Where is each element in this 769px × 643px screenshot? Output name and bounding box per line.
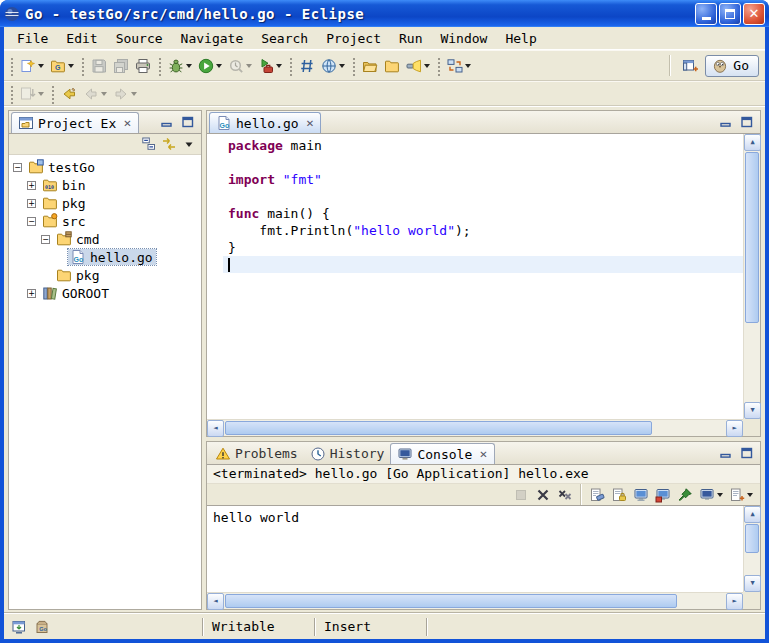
- title-bar[interactable]: Go - testGo/src/cmd/hello.go - Eclipse ✕: [0, 0, 769, 27]
- scrollbar-thumb[interactable]: [745, 524, 759, 553]
- menu-edit[interactable]: Edit: [57, 29, 106, 48]
- tab-problems[interactable]: Problems: [209, 443, 304, 464]
- open-perspective-button[interactable]: [679, 54, 701, 78]
- code-line[interactable]: [223, 188, 743, 205]
- code-line[interactable]: func main() {: [223, 205, 743, 222]
- code-line[interactable]: }: [223, 239, 743, 256]
- menu-help[interactable]: Help: [496, 29, 545, 48]
- maximize-view-icon[interactable]: [179, 113, 197, 130]
- view-menu-button[interactable]: [180, 136, 198, 153]
- scroll-up-icon[interactable]: ▲: [744, 134, 761, 151]
- horizontal-scrollbar[interactable]: ◄ ►: [207, 419, 743, 436]
- folder-button[interactable]: [381, 54, 403, 78]
- expand-icon[interactable]: +: [27, 199, 36, 208]
- tree-item-bin[interactable]: +010bin: [13, 176, 201, 194]
- open-folder-button[interactable]: [359, 54, 381, 78]
- scrollbar-thumb[interactable]: [225, 594, 677, 608]
- profile-button[interactable]: [225, 54, 255, 78]
- minimize-view-icon[interactable]: [717, 113, 735, 130]
- dropdown-arrow-icon[interactable]: [38, 92, 44, 96]
- code-line[interactable]: package main: [223, 137, 743, 154]
- menu-source[interactable]: Source: [107, 29, 172, 48]
- save-button[interactable]: [88, 54, 110, 78]
- dropdown-arrow-icon[interactable]: [424, 64, 430, 68]
- code-line[interactable]: [223, 154, 743, 171]
- code-editor[interactable]: package mainimport "fmt"func main() { fm…: [207, 134, 760, 436]
- remove-launch-button[interactable]: [532, 483, 554, 507]
- scroll-left-icon[interactable]: ◄: [207, 593, 224, 610]
- go-perspective-button[interactable]: Go: [705, 55, 759, 77]
- dropdown-arrow-icon[interactable]: [246, 64, 252, 68]
- maximize-button[interactable]: [719, 3, 741, 25]
- show-stderr-button[interactable]: [652, 483, 674, 507]
- collapse-icon[interactable]: −: [13, 163, 22, 172]
- dropdown-arrow-icon[interactable]: [465, 64, 471, 68]
- dropdown-arrow-icon[interactable]: [747, 493, 753, 497]
- scroll-down-icon[interactable]: ▼: [744, 402, 761, 419]
- collapse-all-button[interactable]: [140, 136, 158, 153]
- go-trim-button[interactable]: Go: [33, 618, 51, 636]
- toolbar-gripper[interactable]: [9, 56, 14, 76]
- console-output-area[interactable]: hello world ▲ ▼ ◄ ►: [207, 506, 760, 609]
- toolbar-gripper[interactable]: [436, 56, 441, 76]
- close-icon[interactable]: ✕: [476, 449, 487, 460]
- scroll-up-icon[interactable]: ▲: [744, 506, 761, 523]
- dropdown-arrow-icon[interactable]: [38, 64, 44, 68]
- clear-console-button[interactable]: [586, 483, 608, 507]
- tree-item-hello.go[interactable]: Gohello.go: [13, 248, 201, 266]
- close-icon[interactable]: ✕: [303, 118, 314, 129]
- scroll-lock-button[interactable]: [608, 483, 630, 507]
- tree-item-cmd[interactable]: −cmd: [13, 230, 201, 248]
- back-button[interactable]: [80, 82, 110, 106]
- maximize-view-icon[interactable]: [738, 113, 756, 130]
- tab-hello-go[interactable]: Go hello.go ✕: [209, 112, 321, 133]
- menu-navigate[interactable]: Navigate: [172, 29, 253, 48]
- scroll-right-icon[interactable]: ►: [726, 420, 743, 437]
- fast-view-button[interactable]: [10, 618, 28, 636]
- terminate-button[interactable]: [510, 483, 532, 507]
- tab-history[interactable]: History: [304, 443, 391, 464]
- annot-next-button[interactable]: [17, 82, 47, 106]
- debug-button[interactable]: [165, 54, 195, 78]
- expand-icon[interactable]: +: [27, 289, 36, 298]
- tree-item-src[interactable]: −src: [13, 212, 201, 230]
- toolbar-gripper[interactable]: [288, 56, 293, 76]
- tab-project-explorer[interactable]: Project Ex ✕: [11, 112, 139, 133]
- tree-item-goroot[interactable]: +GOROOT: [13, 284, 201, 302]
- dropdown-arrow-icon[interactable]: [68, 64, 74, 68]
- new-go-button[interactable]: G: [47, 54, 77, 78]
- show-stdout-button[interactable]: [630, 483, 652, 507]
- menu-file[interactable]: File: [8, 29, 57, 48]
- search-button[interactable]: [403, 54, 433, 78]
- vertical-scrollbar[interactable]: ▲ ▼: [743, 506, 760, 592]
- menu-run[interactable]: Run: [390, 29, 431, 48]
- vertical-scrollbar[interactable]: ▲ ▼: [743, 134, 760, 419]
- new-wizard-button[interactable]: [17, 54, 47, 78]
- remove-all-button[interactable]: [554, 483, 576, 507]
- print-button[interactable]: [132, 54, 154, 78]
- pin-console-button[interactable]: [674, 483, 696, 507]
- dropdown-arrow-icon[interactable]: [717, 493, 723, 497]
- scrollbar-thumb[interactable]: [225, 421, 652, 435]
- expand-icon[interactable]: +: [27, 181, 36, 190]
- dropdown-arrow-icon[interactable]: [186, 64, 192, 68]
- open-console-button[interactable]: [726, 483, 756, 507]
- tree-item-testgo[interactable]: −testGo: [13, 158, 201, 176]
- toolbar-gripper[interactable]: [50, 84, 55, 104]
- close-icon[interactable]: ✕: [120, 118, 131, 129]
- toolbar-gripper[interactable]: [80, 56, 85, 76]
- go-grid-button[interactable]: [296, 54, 318, 78]
- team-sync-button[interactable]: [444, 54, 474, 78]
- code-line[interactable]: import "fmt": [223, 171, 743, 188]
- code-line[interactable]: fmt.Println("hello world");: [223, 222, 743, 239]
- last-edit-button[interactable]: [58, 82, 80, 106]
- scroll-left-icon[interactable]: ◄: [207, 420, 224, 437]
- code-area[interactable]: package mainimport "fmt"func main() { fm…: [223, 134, 743, 419]
- link-editor-button[interactable]: [160, 136, 178, 153]
- collapse-icon[interactable]: −: [27, 217, 36, 226]
- minimize-view-icon[interactable]: [717, 444, 735, 461]
- toolbar-gripper[interactable]: [351, 56, 356, 76]
- menu-search[interactable]: Search: [252, 29, 317, 48]
- menu-project[interactable]: Project: [317, 29, 390, 48]
- toolbar-gripper[interactable]: [157, 56, 162, 76]
